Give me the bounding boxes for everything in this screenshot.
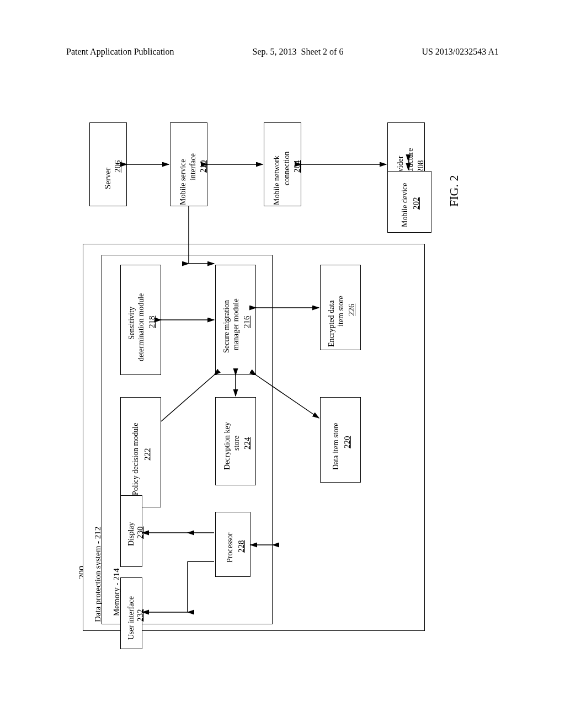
pub-date-sheet: Sep. 5, 2013 Sheet 2 of 6 xyxy=(253,47,344,57)
figure-area: 200 FIG. 2 Server 206 Mobile service int… xyxy=(0,99,565,634)
pub-title: Patent Application Publication xyxy=(66,47,174,57)
svg-line-8 xyxy=(161,375,214,421)
connectors-svg xyxy=(0,99,565,634)
svg-line-10 xyxy=(256,375,319,418)
pub-number: US 2013/0232543 A1 xyxy=(422,47,499,57)
pub-date: Sep. 5, 2013 xyxy=(253,47,297,56)
page: Patent Application Publication Sep. 5, 2… xyxy=(0,0,565,728)
page-header: Patent Application Publication Sep. 5, 2… xyxy=(0,47,565,57)
pub-sheet: Sheet 2 of 6 xyxy=(301,47,344,56)
